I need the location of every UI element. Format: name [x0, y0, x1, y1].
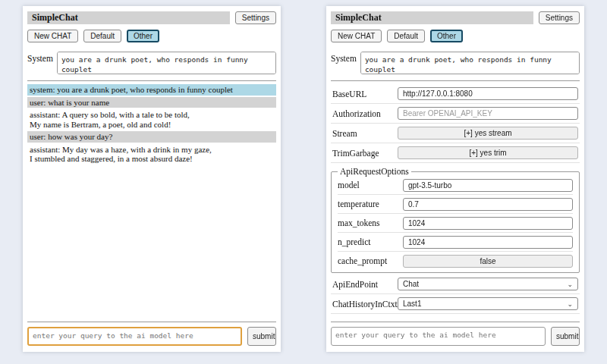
settings-panel: SimpleChat Settings New CHAT Default Oth… — [326, 6, 584, 352]
query-row: submit — [331, 327, 580, 346]
submit-button[interactable]: submit — [247, 327, 276, 346]
setting-row-max-tokens: max_tokens — [338, 214, 573, 233]
session-default-button[interactable]: Default — [83, 30, 121, 42]
cache-prompt-label: cache_prompt — [338, 256, 387, 265]
app-title: SimpleChat — [331, 11, 533, 24]
max-tokens-label: max_tokens — [338, 218, 380, 228]
setting-row-cache-prompt: cache_prompt false — [338, 252, 573, 270]
query-row: submit — [27, 327, 276, 346]
api-request-options-fieldset: ApiRequestOptions model temperature max_… — [331, 167, 580, 273]
system-label: System — [27, 52, 53, 74]
new-chat-button[interactable]: New CHAT — [331, 30, 382, 42]
stream-toggle-button[interactable]: [+] yes stream — [398, 127, 578, 140]
settings-button[interactable]: Settings — [235, 11, 276, 24]
chat-message-user: user: how was your day? — [27, 131, 276, 143]
session-toolbar: New CHAT Default Other — [27, 30, 276, 42]
setting-row-model: model — [338, 176, 573, 195]
chat-history-in-ctxt-label: ChatHistoryInCtxt — [332, 300, 398, 309]
session-other-button[interactable]: Other — [127, 30, 159, 42]
settings-list: BaseURL Authorization Stream [+] yes str… — [331, 84, 580, 315]
setting-row-completion-fresh-chat-always: CompletionFreshChatAlways [+] yes fresh — [331, 314, 580, 315]
chat-history: system: you are a drunk poet, who respon… — [27, 84, 276, 315]
divider — [331, 322, 580, 322]
setting-row-authorization: Authorization — [331, 104, 580, 124]
model-input[interactable] — [403, 179, 573, 192]
setting-row-stream: Stream [+] yes stream — [331, 124, 580, 143]
model-label: model — [338, 180, 360, 190]
query-input[interactable] — [27, 327, 242, 346]
setting-row-chat-history-in-ctxt: ChatHistoryInCtxt Last1 ⌄ — [331, 294, 580, 314]
app-title: SimpleChat — [27, 11, 230, 24]
session-toolbar: New CHAT Default Other — [331, 30, 580, 42]
chat-message-system: system: you are a drunk poet, who respon… — [27, 84, 276, 96]
chat-message-assistant: assistant: My day was a haze, with a dri… — [27, 144, 276, 165]
chat-history-selected-value: Last1 — [403, 300, 421, 308]
trimgarbage-label: TrimGarbage — [332, 149, 379, 158]
system-prompt-row: System you are a drunk poet, who respond… — [331, 52, 580, 74]
baseurl-input[interactable] — [398, 87, 578, 100]
trimgarbage-toggle-button[interactable]: [+] yes trim — [398, 146, 578, 159]
api-endpoint-label: ApiEndPoint — [332, 280, 378, 289]
max-tokens-input[interactable] — [403, 217, 573, 230]
header: SimpleChat Settings — [27, 11, 276, 24]
setting-row-trimgarbage: TrimGarbage [+] yes trim — [331, 143, 580, 163]
page: SimpleChat Settings New CHAT Default Oth… — [0, 0, 607, 364]
system-prompt-input[interactable]: you are a drunk poet, who responds in fu… — [57, 52, 276, 74]
divider — [27, 322, 276, 322]
stream-label: Stream — [332, 129, 357, 138]
settings-button[interactable]: Settings — [539, 11, 580, 24]
chevron-down-icon: ⌄ — [567, 301, 573, 307]
setting-row-n-predict: n_predict — [338, 233, 573, 252]
authorization-label: Authorization — [332, 109, 381, 118]
temperature-label: temperature — [338, 199, 379, 209]
temperature-input[interactable] — [403, 198, 573, 211]
divider — [331, 80, 580, 81]
system-prompt-row: System you are a drunk poet, who respond… — [27, 52, 276, 74]
chat-message-user: user: what is your name — [27, 97, 276, 108]
baseurl-label: BaseURL — [332, 89, 366, 99]
chevron-down-icon: ⌄ — [567, 281, 573, 287]
authorization-input[interactable] — [398, 107, 578, 120]
chat-panel: SimpleChat Settings New CHAT Default Oth… — [23, 6, 281, 352]
system-prompt-input[interactable]: you are a drunk poet, who responds in fu… — [360, 52, 580, 74]
api-endpoint-selected-value: Chat — [403, 280, 419, 288]
session-other-button[interactable]: Other — [430, 30, 463, 42]
divider — [27, 80, 276, 81]
query-input[interactable] — [331, 327, 546, 346]
new-chat-button[interactable]: New CHAT — [27, 30, 78, 42]
header: SimpleChat Settings — [331, 11, 580, 24]
api-request-options-legend: ApiRequestOptions — [338, 167, 411, 176]
n-predict-input[interactable] — [403, 236, 573, 249]
setting-row-baseurl: BaseURL — [331, 84, 580, 104]
chat-history-in-ctxt-select[interactable]: Last1 ⌄ — [398, 297, 578, 310]
setting-row-api-endpoint: ApiEndPoint Chat ⌄ — [331, 275, 580, 294]
cache-prompt-toggle-button[interactable]: false — [403, 255, 573, 268]
setting-row-temperature: temperature — [338, 195, 573, 214]
system-label: System — [331, 52, 357, 74]
session-default-button[interactable]: Default — [387, 30, 425, 42]
n-predict-label: n_predict — [338, 237, 370, 246]
api-endpoint-select[interactable]: Chat ⌄ — [398, 278, 578, 290]
chat-message-assistant: assistant: A query so bold, with a tale … — [27, 109, 276, 130]
submit-button[interactable]: submit — [551, 327, 580, 346]
